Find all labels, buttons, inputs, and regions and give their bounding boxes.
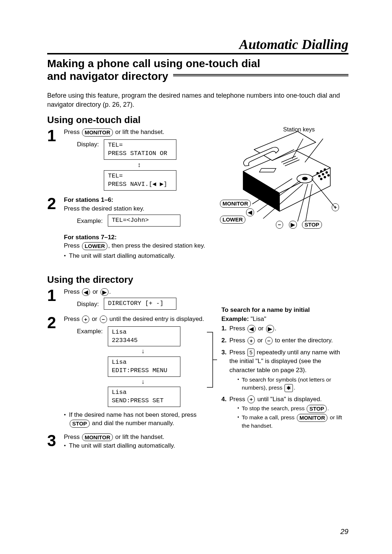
down-arrow-icon: ↓ xyxy=(141,377,144,386)
svg-point-11 xyxy=(319,175,320,177)
lcd-line: PRESS STATION OR xyxy=(108,150,167,157)
text: Press xyxy=(64,288,81,295)
plus-key: + xyxy=(248,395,255,403)
sub-heading: For stations 7–12: xyxy=(64,234,117,241)
station-keys-label: Station keys xyxy=(283,126,315,133)
step-number: 2 xyxy=(47,315,58,428)
example-label: Example: xyxy=(77,327,103,336)
stop-key-label: STOP xyxy=(302,221,322,229)
text: To stop the search, press xyxy=(242,405,306,411)
example-value: "Lisa" xyxy=(249,315,266,322)
monitor-key: MONITOR xyxy=(297,414,328,422)
sub-heading: For stations 1–6: xyxy=(64,196,113,203)
svg-point-6 xyxy=(302,177,307,180)
stop-key: STOP xyxy=(70,420,90,428)
step-number: 2 xyxy=(47,196,58,260)
lcd-display: TEL= PRESS STATION OR xyxy=(104,139,176,160)
display-label: Display: xyxy=(77,140,99,149)
example-label: Example: xyxy=(77,217,103,225)
intro-paragraph: Before using this feature, program the d… xyxy=(47,91,348,109)
right-key-label: ▶ xyxy=(289,221,297,229)
plus-key: + xyxy=(248,337,255,345)
lcd-display: DIRECTORY [+ -] xyxy=(104,298,176,310)
svg-point-14 xyxy=(320,178,322,180)
svg-point-15 xyxy=(324,176,326,178)
lcd-line: Lisa xyxy=(112,359,127,366)
lcd-line: Lisa xyxy=(112,389,127,396)
search-by-initial-block: To search for a name by initial Example:… xyxy=(221,306,348,430)
rule xyxy=(47,53,348,54)
lcd-line: 2233445 xyxy=(112,337,138,344)
plus-key: + xyxy=(82,315,89,323)
svg-rect-7 xyxy=(260,168,276,172)
updown-arrow-icon: ↕ xyxy=(138,160,141,170)
bracket-connector xyxy=(206,327,217,392)
lcd-line: Lisa xyxy=(112,329,127,335)
five-key: 5 xyxy=(248,349,254,357)
text: or xyxy=(256,325,265,332)
left-key-label: ◀ xyxy=(246,208,254,216)
example-label: Example: xyxy=(221,315,249,322)
minus-key: − xyxy=(100,315,107,323)
sub-bullet: To search for symbols (not letters or nu… xyxy=(229,376,348,392)
text: or lift the handset. xyxy=(114,433,164,440)
text: . xyxy=(327,405,329,411)
monitor-key: MONITOR xyxy=(82,129,113,137)
stop-key: STOP xyxy=(307,405,327,413)
page-number: 29 xyxy=(340,527,348,536)
text: If the desired name has not been stored,… xyxy=(69,411,197,418)
svg-point-9 xyxy=(320,171,322,172)
page-title: Automatic Dialling xyxy=(47,36,348,52)
text: or xyxy=(91,288,100,295)
lcd-display: Lisa EDIT:PRESS MENU xyxy=(108,357,180,377)
text: to enter the directory. xyxy=(273,337,333,344)
text: or xyxy=(90,315,99,322)
text: and dial the number manually. xyxy=(90,420,174,427)
svg-point-8 xyxy=(317,172,319,174)
plus-key-label: + xyxy=(332,203,339,211)
text: Press xyxy=(64,433,81,440)
lcd-display: TEL=<John> xyxy=(108,215,180,227)
text: Press xyxy=(229,349,247,356)
svg-point-16 xyxy=(328,175,330,176)
bullet-text: The unit will start dialling automatical… xyxy=(64,252,207,260)
sub-bullet: To make a call, press MONITOR or lift th… xyxy=(229,414,348,430)
text: . xyxy=(275,325,277,332)
minus-key: − xyxy=(265,337,273,345)
display-label: Display: xyxy=(77,300,99,309)
step-number: 1 xyxy=(47,128,58,191)
lcd-display: TEL= PRESS NAVI.[◀ ▶] xyxy=(104,170,176,191)
monitor-key-label: MONITOR xyxy=(220,200,251,208)
text: until the desired entry is displayed. xyxy=(108,315,204,322)
star-key: ✱ xyxy=(285,384,293,392)
minus-key-label: − xyxy=(276,221,283,229)
right-key: ▶ xyxy=(101,288,109,296)
lower-key: LOWER xyxy=(82,242,107,250)
subsection-directory: Using the directory xyxy=(47,274,348,285)
lcd-display: Lisa SEND:PRESS SET xyxy=(108,387,180,407)
lcd-display: Lisa 2233445 xyxy=(108,326,180,347)
svg-point-10 xyxy=(324,169,326,171)
sub-bullet: To stop the search, press STOP. xyxy=(229,404,348,413)
left-key: ◀ xyxy=(82,288,90,296)
section-heading: Making a phone call using one-touch dial… xyxy=(47,57,348,82)
text: To make a call, press xyxy=(242,414,296,420)
text: Press xyxy=(229,337,247,344)
text: Press xyxy=(64,242,81,249)
lcd-line: TEL= xyxy=(108,172,123,179)
text: until "Lisa" is displayed. xyxy=(256,396,322,403)
left-key: ◀ xyxy=(248,325,256,333)
lower-key-label: LOWER xyxy=(220,216,245,224)
section-heading-l1: Making a phone call using one-touch dial xyxy=(47,57,260,70)
bullet-text: The unit will start dialling automatical… xyxy=(64,441,207,450)
fax-machine-illustration: Station keys MONITOR ◀ LOWER − ▶ STOP + xyxy=(221,128,345,229)
subsection-one-touch: Using one-touch dial xyxy=(47,114,348,126)
lcd-line: TEL= xyxy=(108,142,123,148)
text: Press xyxy=(229,325,247,332)
section-heading-l2: and navigator directory xyxy=(47,70,168,83)
step-number: 3 xyxy=(47,433,58,450)
svg-point-12 xyxy=(322,174,324,175)
text: or lift the handset. xyxy=(114,129,164,135)
monitor-key: MONITOR xyxy=(82,433,113,441)
down-arrow-icon: ↓ xyxy=(141,347,144,356)
